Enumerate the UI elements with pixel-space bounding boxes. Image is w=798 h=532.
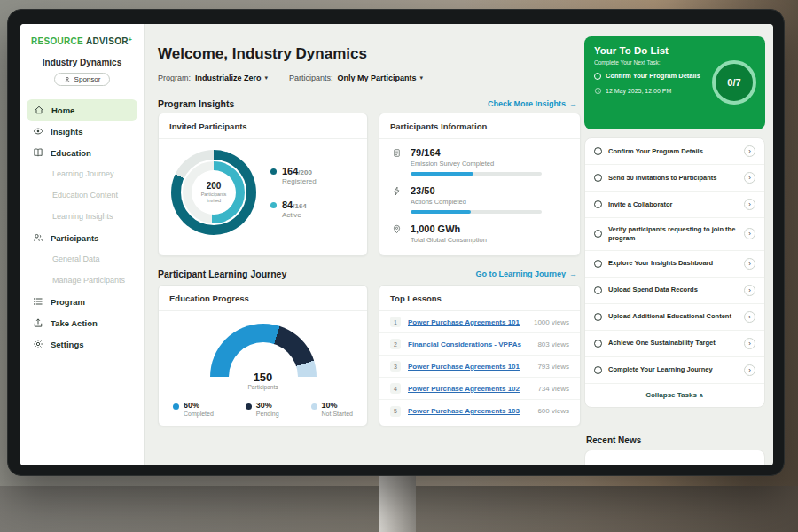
- todo-progress-ring: 0/7: [712, 60, 756, 105]
- chevron-right-icon[interactable]: ›: [744, 338, 755, 349]
- task-checkbox[interactable]: [594, 73, 601, 80]
- task-checkbox[interactable]: [594, 260, 602, 268]
- task-checkbox[interactable]: [594, 174, 602, 182]
- sidebar-item-label: Program: [51, 297, 85, 307]
- legend-percent: 10%: [322, 401, 353, 410]
- lesson-link[interactable]: Power Purchase Agreements 101: [408, 318, 527, 326]
- sidebar-item-learning-insights[interactable]: Learning Insights: [20, 206, 144, 227]
- chevron-right-icon[interactable]: ›: [744, 145, 755, 157]
- sidebar-item-program[interactable]: Program: [20, 291, 144, 312]
- task-checkbox[interactable]: [594, 230, 602, 238]
- chevron-right-icon[interactable]: ›: [744, 285, 755, 296]
- sponsor-badge[interactable]: Sponsor: [54, 73, 111, 86]
- task-checkbox[interactable]: [594, 340, 602, 348]
- task-row[interactable]: Upload Spend Data Records ›: [585, 278, 764, 304]
- card-title: Participants Information: [379, 113, 580, 139]
- clock-icon: [594, 87, 602, 95]
- legend-label: Registered: [282, 177, 317, 185]
- task-checkbox[interactable]: [594, 286, 602, 294]
- lesson-link[interactable]: Power Purchase Agreements 103: [408, 407, 530, 415]
- lesson-views: 600 views: [537, 407, 569, 415]
- lesson-row: 2 Financial Considerations - VPPAs 803 v…: [379, 333, 580, 356]
- lesson-views: 1000 views: [534, 318, 569, 326]
- sidebar-item-home[interactable]: Home: [27, 99, 137, 121]
- donut-center-label: Participants Invited: [198, 192, 230, 204]
- chevron-right-icon[interactable]: ›: [744, 258, 755, 270]
- gauge-value: 150: [210, 372, 317, 384]
- task-label: Complete Your Learning Journey: [608, 365, 738, 374]
- task-row[interactable]: Complete Your Learning Journey ›: [585, 357, 764, 384]
- insights-icon: [33, 126, 43, 137]
- sidebar-item-take-action[interactable]: Take Action: [20, 312, 144, 333]
- task-row[interactable]: Upload Additional Educational Content ›: [585, 304, 764, 331]
- sidebar-item-education-content[interactable]: Education Content: [20, 184, 144, 206]
- participants-filter-label: Participants:: [289, 74, 333, 82]
- check-more-insights-link[interactable]: Check More Insights →: [488, 99, 577, 108]
- go-to-learning-journey-link[interactable]: Go to Learning Journey →: [475, 270, 577, 278]
- chevron-right-icon[interactable]: ›: [744, 172, 755, 184]
- card-title: Top Lessons: [379, 286, 580, 311]
- legend-value: 84: [282, 200, 293, 210]
- learning-journey-header: Participant Learning Journey Go to Learn…: [158, 269, 577, 279]
- progress-fill: [411, 172, 473, 176]
- todo-next-task-label: Confirm Your Program Details: [606, 72, 700, 80]
- task-checkbox[interactable]: [594, 366, 602, 374]
- donut-inner-ring: 200 Participants Invited: [181, 160, 246, 225]
- donut-center: 200 Participants Invited: [192, 170, 236, 215]
- task-row[interactable]: Send 50 Invitations to Participants ›: [585, 165, 764, 192]
- info-label: Emission Survey Completed: [411, 160, 542, 168]
- sidebar-item-learning-journey[interactable]: Learning Journey: [20, 163, 144, 184]
- sidebar-item-label: Home: [51, 106, 74, 115]
- lesson-rank: 1: [390, 317, 401, 327]
- chevron-right-icon[interactable]: ›: [744, 228, 755, 239]
- task-checkbox[interactable]: [594, 200, 602, 208]
- chevron-right-icon[interactable]: ›: [744, 364, 755, 376]
- task-checkbox[interactable]: [594, 313, 602, 321]
- sidebar-item-settings[interactable]: Settings: [20, 333, 144, 355]
- right-panel: Your To Do List Complete Your Next Task:…: [581, 24, 773, 466]
- legend-label: Not Started: [322, 411, 353, 417]
- upload-icon: [33, 317, 43, 328]
- app-logo: RESOURCEADVISOR+: [31, 36, 144, 46]
- arrow-right-icon: →: [569, 270, 577, 278]
- sidebar-item-insights[interactable]: Insights: [20, 121, 144, 142]
- gauge-legend: 60% Completed 30% Pending: [159, 401, 367, 417]
- task-row[interactable]: Confirm Your Program Details ›: [585, 138, 764, 165]
- task-label: Send 50 Invitations to Participants: [608, 174, 738, 183]
- education-progress-card: Education Progress 150 Participants: [158, 285, 368, 426]
- program-filter-dropdown[interactable]: Industrialize Zero ▾: [195, 74, 268, 82]
- brand-plus: +: [129, 36, 132, 43]
- task-label: Explore Your Insights Dashboard: [608, 259, 738, 268]
- lesson-link[interactable]: Financial Considerations - VPPAs: [408, 340, 530, 348]
- participants-filter-dropdown[interactable]: Only My Participants ▾: [338, 74, 424, 82]
- todo-due-label: 12 May 2025, 12:00 PM: [606, 88, 671, 94]
- chevron-right-icon[interactable]: ›: [744, 311, 755, 323]
- participants-filter-value: Only My Participants: [338, 74, 417, 82]
- sidebar-item-participants[interactable]: Participants: [20, 227, 144, 248]
- lesson-rank: 2: [390, 339, 401, 349]
- donut-legend: 164/200 Registered 84/164 Active: [270, 166, 317, 219]
- lesson-link[interactable]: Power Purchase Agreements 101: [408, 363, 530, 371]
- collapse-tasks-link[interactable]: Collapse Tasks ∧: [585, 384, 764, 407]
- legend-value: 164: [282, 166, 298, 176]
- task-checkbox[interactable]: [594, 147, 602, 155]
- todo-next-task[interactable]: Confirm Your Program Details: [594, 72, 709, 80]
- task-row[interactable]: Verify participants requesting to join t…: [585, 218, 764, 251]
- legend-percent: 30%: [256, 401, 279, 410]
- check-more-insights-label: Check More Insights: [488, 99, 566, 108]
- lesson-link[interactable]: Power Purchase Agreements 102: [408, 385, 530, 393]
- chevron-right-icon[interactable]: ›: [744, 199, 755, 210]
- sidebar-item-general-data[interactable]: General Data: [20, 248, 144, 270]
- main-content: Welcome, Industry Dynamics Program: Indu…: [145, 24, 581, 466]
- task-label: Invite a Collaborator: [608, 200, 738, 209]
- progress-fill: [411, 210, 471, 214]
- card-title: Education Progress: [159, 286, 367, 311]
- task-row[interactable]: Invite a Collaborator ›: [585, 192, 764, 218]
- progress-bar: [411, 210, 542, 214]
- sidebar-item-manage-participants[interactable]: Manage Participants: [20, 270, 144, 291]
- sidebar-item-education[interactable]: Education: [20, 142, 144, 163]
- task-row[interactable]: Explore Your Insights Dashboard ›: [585, 251, 764, 278]
- task-row[interactable]: Achieve One Sustainability Target ›: [585, 331, 764, 357]
- lesson-rank: 5: [390, 406, 401, 417]
- survey-icon: [392, 147, 403, 158]
